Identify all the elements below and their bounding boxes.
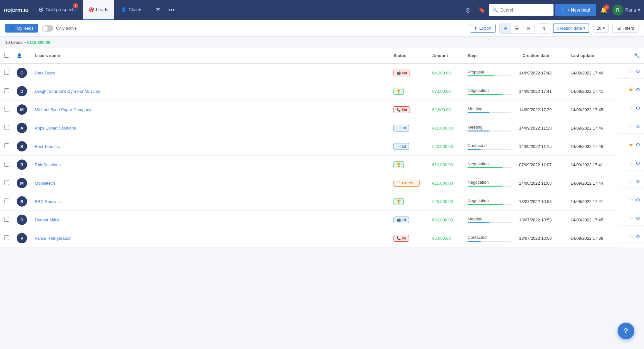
row-checkbox-cell[interactable] <box>0 63 13 82</box>
my-leads-button[interactable]: 👤 My leads <box>5 24 38 33</box>
row-checkbox[interactable] <box>4 180 9 185</box>
row-checkbox[interactable] <box>4 199 9 203</box>
row-checkbox[interactable] <box>4 162 9 167</box>
star-button[interactable]: ★ <box>629 87 633 93</box>
row-name-cell[interactable]: Vance Refrigeration <box>31 229 390 247</box>
lead-name[interactable]: Vance Refrigeration <box>35 236 71 241</box>
step-bar <box>468 94 511 95</box>
star-button[interactable]: ☆ <box>629 197 633 203</box>
lead-name[interactable]: BBQ Specials <box>35 199 61 204</box>
settings-button[interactable]: ⚙ <box>636 234 640 240</box>
per-page-dropdown[interactable]: 20 ▾ <box>593 24 608 33</box>
lead-name[interactable]: Dunder Mifflin <box>35 218 61 222</box>
row-checkbox-cell[interactable] <box>0 174 13 192</box>
row-checkbox[interactable] <box>4 70 9 75</box>
row-name-cell[interactable]: RainSolutions <box>31 156 390 174</box>
row-checkbox[interactable] <box>4 217 9 222</box>
more-nav-button[interactable]: ••• <box>166 4 178 16</box>
notification-button[interactable]: 🔔 2 <box>598 4 610 16</box>
star-button[interactable]: ☆ <box>629 179 633 185</box>
notification-badge: 2 <box>604 5 609 10</box>
star-button[interactable]: ☆ <box>629 105 633 111</box>
leads-summary: 10 Leads – €118,800.00 <box>0 37 644 48</box>
search-input[interactable] <box>500 7 545 13</box>
step-fill <box>468 75 494 76</box>
row-checkbox-cell[interactable] <box>0 192 13 211</box>
row-step-cell: Negotiation <box>464 192 515 211</box>
row-checkbox-cell[interactable] <box>0 211 13 229</box>
select-all-checkbox-header[interactable] <box>0 48 13 63</box>
my-leads-label: My leads <box>17 26 33 31</box>
star-button[interactable]: ☆ <box>629 160 633 166</box>
lead-name[interactable]: RainSolutions <box>35 162 61 167</box>
only-active-toggle[interactable] <box>42 25 53 32</box>
search-box[interactable]: 🔍 <box>489 4 554 16</box>
row-checkbox-cell[interactable] <box>0 137 13 156</box>
creation-date-col-header[interactable]: ↑Creation date <box>515 48 567 63</box>
settings-button[interactable]: ⚙ <box>636 160 640 166</box>
list-view-button[interactable]: ☰ <box>511 23 523 34</box>
amount-col-header[interactable]: Amount <box>428 48 464 63</box>
row-name-cell[interactable]: Michael Scott Paper Company <box>31 101 390 119</box>
star-button[interactable]: ★ <box>629 142 633 148</box>
lead-name[interactable]: Dwight Schrute's Gym For Muscles <box>35 89 100 94</box>
row-checkbox[interactable] <box>4 107 9 111</box>
export-button[interactable]: ⬆ Export <box>470 24 496 33</box>
lead-name[interactable]: Cafe Disco <box>35 71 55 75</box>
lead-name[interactable]: Michael Scott Paper Company <box>35 107 91 112</box>
settings-button[interactable]: ⚙ <box>636 179 640 185</box>
new-lead-button[interactable]: ＋ + New lead <box>555 4 596 16</box>
row-name-cell[interactable]: Mobiletech <box>31 174 390 192</box>
filters-button[interactable]: ⊟ Filters <box>612 24 639 33</box>
settings-button[interactable]: ⚙ <box>636 68 640 74</box>
per-page-chevron: ▾ <box>603 26 605 31</box>
row-name-cell[interactable]: Cafe Disco <box>31 63 390 82</box>
grid-view-button[interactable]: ⊞ <box>500 23 511 34</box>
nav-tab-leads[interactable]: 🎯 Leads <box>83 0 114 20</box>
row-name-cell[interactable]: Apps Expert Solutions <box>31 119 390 137</box>
date-filter-dropdown[interactable]: Creation date ▾ <box>553 24 589 33</box>
name-col-header[interactable]: Lead's name <box>31 48 390 63</box>
star-button[interactable]: ☆ <box>629 123 633 130</box>
lead-name[interactable]: Apps Expert Solutions <box>35 126 76 131</box>
row-last-update-cell: 14/09/2022 17:41 <box>567 192 618 211</box>
lead-name[interactable]: Best Teas Inc <box>35 144 60 149</box>
status-col-header[interactable]: Status <box>390 48 428 63</box>
row-checkbox-cell[interactable] <box>0 119 13 137</box>
row-checkbox-cell[interactable] <box>0 156 13 174</box>
nav-tab-clients[interactable]: 👤 Clients <box>115 0 148 20</box>
settings-button[interactable]: ⚙ <box>636 142 640 148</box>
settings-button[interactable]: ⚙ <box>636 123 640 130</box>
lead-name[interactable]: Mobiletech <box>35 181 55 186</box>
row-status-cell: 🏆 <box>390 156 428 174</box>
star-button[interactable]: ☆ <box>629 234 633 240</box>
settings-button[interactable]: ⚙ <box>636 197 640 203</box>
settings-button[interactable]: ⚙ <box>636 105 640 111</box>
row-checkbox-cell[interactable] <box>0 101 13 119</box>
kanban-view-button[interactable]: ⊟ <box>523 23 535 34</box>
row-checkbox[interactable] <box>4 235 9 240</box>
step-wrap: Meeting <box>468 125 511 131</box>
row-checkbox-cell[interactable] <box>0 229 13 247</box>
row-checkbox[interactable] <box>4 125 9 130</box>
last-update-col-header[interactable]: Last update <box>567 48 618 63</box>
select-all-checkbox[interactable] <box>4 53 9 58</box>
nav-tab-cold-prospects[interactable]: ❄️ Cold prospects 1 <box>33 0 81 20</box>
settings-button[interactable]: ⚙ <box>636 87 640 93</box>
row-name-cell[interactable]: Dwight Schrute's Gym For Muscles <box>31 82 390 101</box>
star-button[interactable]: ☆ <box>629 68 633 74</box>
row-name-cell[interactable]: Best Teas Inc <box>31 137 390 156</box>
step-col-header[interactable]: Step <box>464 48 515 63</box>
row-checkbox-cell[interactable] <box>0 82 13 101</box>
row-checkbox[interactable] <box>4 88 9 93</box>
user-menu[interactable]: R Rana ▾ <box>612 5 640 15</box>
row-checkbox[interactable] <box>4 143 9 148</box>
target-nav-button[interactable]: ◎ <box>462 4 474 16</box>
star-button[interactable]: ☆ <box>629 215 633 221</box>
row-name-cell[interactable]: Dunder Mifflin <box>31 211 390 229</box>
email-nav-button[interactable]: ✉ <box>152 4 164 16</box>
settings-button[interactable]: ⚙ <box>636 215 640 221</box>
sort-button[interactable]: ⇅ <box>539 23 549 34</box>
bookmark-nav-button[interactable]: 🔖 <box>476 4 488 16</box>
row-name-cell[interactable]: BBQ Specials <box>31 192 390 211</box>
